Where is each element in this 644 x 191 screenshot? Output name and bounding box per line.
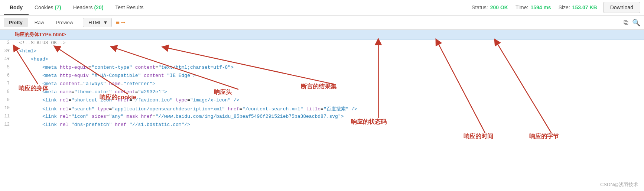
time-value: 1594 ms <box>530 4 551 10</box>
download-button[interactable]: Download <box>603 2 640 13</box>
ann-time: 响应的时间 <box>464 133 493 140</box>
code-line-10: 10 <link rel="search" type="application/… <box>0 105 644 113</box>
code-line-12: 12 <link rel="dns-prefetch" href="//s1.b… <box>0 122 644 130</box>
sub-toolbar-icons: ⧉ 🔍 <box>624 19 640 27</box>
search-icon[interactable]: 🔍 <box>632 19 640 27</box>
code-line-7: 7 <meta content="always" name="referrer"… <box>0 81 644 89</box>
size-label: Size: <box>559 4 570 10</box>
code-area: 响应的身体TYPE html> 2 <!--STATUS OK--> 3▼ <h… <box>0 30 644 188</box>
tab-test-results[interactable]: Test Results <box>109 1 149 15</box>
code-line-5: 5 <meta http-equiv="content-type" conten… <box>0 64 644 72</box>
code-line-4: 4▼ <head> <box>0 56 644 64</box>
ann-bytes: 响应的字节 <box>529 133 559 140</box>
code-header-line: 响应的身体TYPE html> <box>0 30 644 40</box>
code-line-2: 2 <!--STATUS OK--> <box>0 40 644 48</box>
code-line-11: 11 <link rel="icon" sizes="any" mask hre… <box>0 113 644 122</box>
size-value: 153.07 KB <box>572 4 597 10</box>
tab-cookies[interactable]: Cookies (7) <box>29 1 67 15</box>
wrap-button[interactable]: ≡→ <box>116 19 126 26</box>
status-bar: Status: 200 OK Time: 1594 ms Size: 153.0… <box>472 2 640 13</box>
code-line-8: 8 <meta name="theme-color" content="#293… <box>0 89 644 97</box>
status-label: Status: <box>472 4 488 10</box>
format-selector[interactable]: HTML ▼ <box>83 18 112 27</box>
code-line-3: 3▼ <html> <box>0 48 644 56</box>
tab-headers[interactable]: Headers (20) <box>67 1 110 15</box>
watermark: CSDN@浅羽技术 <box>600 181 638 188</box>
time-label: Time: <box>515 4 528 10</box>
code-line-6: 6 <meta http-equiv="X-UA-Compatible" con… <box>0 72 644 81</box>
sub-tab-raw[interactable]: Raw <box>29 18 49 27</box>
status-value: 200 OK <box>490 4 508 10</box>
sub-tab-preview[interactable]: Preview <box>51 18 78 27</box>
copy-icon[interactable]: ⧉ <box>624 19 628 26</box>
tab-body[interactable]: Body <box>4 1 29 15</box>
sub-tab-pretty[interactable]: Pretty <box>4 18 28 27</box>
sub-toolbar: Pretty Raw Preview HTML ▼ ≡→ ⧉ 🔍 <box>0 16 644 30</box>
code-line-9: 9 <link rel="shortcut icon" href="/favic… <box>0 97 644 105</box>
tab-bar: Body Cookies (7) Headers (20) Test Resul… <box>0 0 644 16</box>
code-header-text: 响应的身体TYPE html> <box>15 32 66 37</box>
cookies-badge: (7) <box>55 4 61 10</box>
headers-badge: (20) <box>94 4 103 10</box>
code-content: 2 <!--STATUS OK--> 3▼ <html> 4▼ <head> 5… <box>0 40 644 130</box>
